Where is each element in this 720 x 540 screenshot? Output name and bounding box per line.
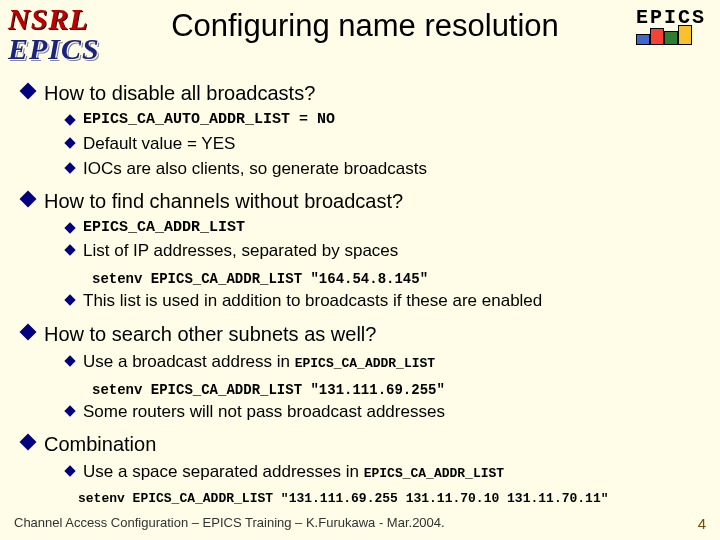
- section-heading: How to find channels without broadcast?: [22, 188, 708, 214]
- heading-text: How to disable all broadcasts?: [44, 80, 315, 106]
- list-item: This list is used in addition to broadca…: [66, 290, 708, 312]
- list-item: IOCs are also clients, so generate broad…: [66, 158, 708, 180]
- footer-text: Channel Access Configuration – EPICS Tra…: [14, 515, 445, 532]
- epics-badge: EPICS: [636, 6, 706, 45]
- diamond-bullet-icon: [64, 245, 75, 256]
- list-item: Use a broadcast address in EPICS_CA_ADDR…: [66, 351, 708, 373]
- nsrl-logo: NSRL: [8, 2, 108, 36]
- item-text: Default value = YES: [83, 133, 235, 155]
- page-number: 4: [698, 515, 706, 532]
- diamond-bullet-icon: [64, 295, 75, 306]
- diamond-bullet-icon: [64, 465, 75, 476]
- diamond-bullet-icon: [20, 190, 37, 207]
- heading-text: How to find channels without broadcast?: [44, 188, 403, 214]
- sub-list: Use a broadcast address in EPICS_CA_ADDR…: [66, 351, 708, 373]
- code-line: setenv EPICS_CA_ADDR_LIST "164.54.8.145": [92, 270, 708, 288]
- list-item: Default value = YES: [66, 133, 708, 155]
- item-text: Use a broadcast address in EPICS_CA_ADDR…: [83, 351, 435, 373]
- item-text: Use a space separated addresses in EPICS…: [83, 461, 504, 483]
- list-item: Some routers will not pass broadcast add…: [66, 401, 708, 423]
- epics-logo: EPICS: [8, 32, 108, 66]
- list-item: List of IP addresses, separated by space…: [66, 240, 708, 262]
- item-text: IOCs are also clients, so generate broad…: [83, 158, 427, 180]
- list-item: Use a space separated addresses in EPICS…: [66, 461, 708, 483]
- sub-list: Use a space separated addresses in EPICS…: [66, 461, 708, 483]
- sub-list: Some routers will not pass broadcast add…: [66, 401, 708, 423]
- sub-list: EPICS_CA_AUTO_ADDR_LIST = NO Default val…: [66, 110, 708, 180]
- item-text: EPICS_CA_AUTO_ADDR_LIST = NO: [83, 110, 335, 130]
- item-text: Some routers will not pass broadcast add…: [83, 401, 445, 423]
- diamond-bullet-icon: [64, 355, 75, 366]
- footer: Channel Access Configuration – EPICS Tra…: [14, 515, 706, 532]
- diamond-bullet-icon: [64, 137, 75, 148]
- section-heading: How to search other subnets as well?: [22, 321, 708, 347]
- code-line: setenv EPICS_CA_ADDR_LIST "131.111.69.25…: [92, 381, 708, 399]
- list-item: EPICS_CA_ADDR_LIST: [66, 218, 708, 238]
- section-heading: How to disable all broadcasts?: [22, 80, 708, 106]
- diamond-bullet-icon: [64, 162, 75, 173]
- diamond-bullet-icon: [20, 433, 37, 450]
- item-text: This list is used in addition to broadca…: [83, 290, 542, 312]
- diamond-bullet-icon: [64, 114, 75, 125]
- item-text: List of IP addresses, separated by space…: [83, 240, 398, 262]
- header: Configuring name resolution: [120, 8, 610, 44]
- diamond-bullet-icon: [20, 323, 37, 340]
- diamond-bullet-icon: [64, 405, 75, 416]
- diamond-bullet-icon: [64, 222, 75, 233]
- section-heading: Combination: [22, 431, 708, 457]
- sub-list: EPICS_CA_ADDR_LIST List of IP addresses,…: [66, 218, 708, 263]
- item-text: EPICS_CA_ADDR_LIST: [83, 218, 245, 238]
- diamond-bullet-icon: [20, 83, 37, 100]
- sub-list: This list is used in addition to broadca…: [66, 290, 708, 312]
- sidebar-logos: NSRL EPICS: [8, 2, 108, 66]
- list-item: EPICS_CA_AUTO_ADDR_LIST = NO: [66, 110, 708, 130]
- epics-badge-text: EPICS: [636, 6, 706, 29]
- slide-content: How to disable all broadcasts? EPICS_CA_…: [22, 80, 708, 510]
- page-title: Configuring name resolution: [120, 8, 610, 44]
- code-line: setenv EPICS_CA_ADDR_LIST "131.111.69.25…: [78, 491, 708, 508]
- epics-bars-icon: [636, 31, 706, 45]
- heading-text: Combination: [44, 431, 156, 457]
- heading-text: How to search other subnets as well?: [44, 321, 376, 347]
